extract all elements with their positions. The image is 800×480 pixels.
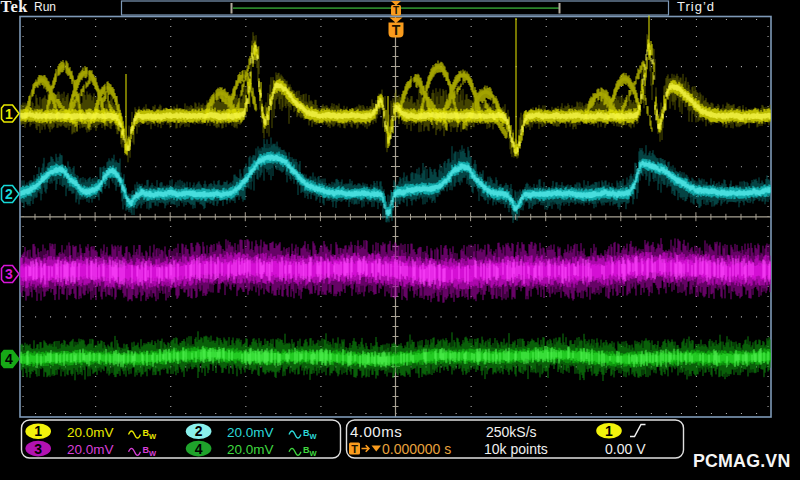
svg-text:20.0mV: 20.0mV <box>227 442 274 457</box>
svg-text:4: 4 <box>5 351 13 367</box>
svg-text:2: 2 <box>5 186 13 202</box>
svg-text:T: T <box>392 22 401 38</box>
svg-text:Tek: Tek <box>1 0 29 16</box>
svg-text:W: W <box>149 432 157 441</box>
svg-text:Run: Run <box>34 0 56 14</box>
svg-text:2: 2 <box>195 423 203 439</box>
svg-text:250kS/s: 250kS/s <box>486 424 537 440</box>
svg-text:W: W <box>310 432 318 441</box>
svg-text:0.000000 s: 0.000000 s <box>382 441 451 457</box>
svg-text:10k points: 10k points <box>484 441 548 457</box>
svg-text:W: W <box>310 449 318 458</box>
svg-text:3: 3 <box>34 441 42 457</box>
svg-text:T: T <box>393 5 399 16</box>
svg-text:3: 3 <box>5 266 13 282</box>
svg-text:4.00ms: 4.00ms <box>350 423 402 440</box>
svg-text:1: 1 <box>5 106 13 122</box>
svg-text:Trig’d: Trig’d <box>677 0 715 14</box>
svg-text:PCMAG.VN: PCMAG.VN <box>693 451 790 471</box>
svg-text:T: T <box>351 443 358 455</box>
svg-text:1: 1 <box>605 423 613 439</box>
svg-text:20.0mV: 20.0mV <box>67 442 114 457</box>
svg-text:W: W <box>149 449 157 458</box>
svg-text:0.00 V: 0.00 V <box>605 441 646 457</box>
svg-text:20.0mV: 20.0mV <box>67 425 114 440</box>
svg-text:1: 1 <box>34 423 42 439</box>
svg-text:20.0mV: 20.0mV <box>227 425 274 440</box>
svg-text:4: 4 <box>195 441 203 457</box>
